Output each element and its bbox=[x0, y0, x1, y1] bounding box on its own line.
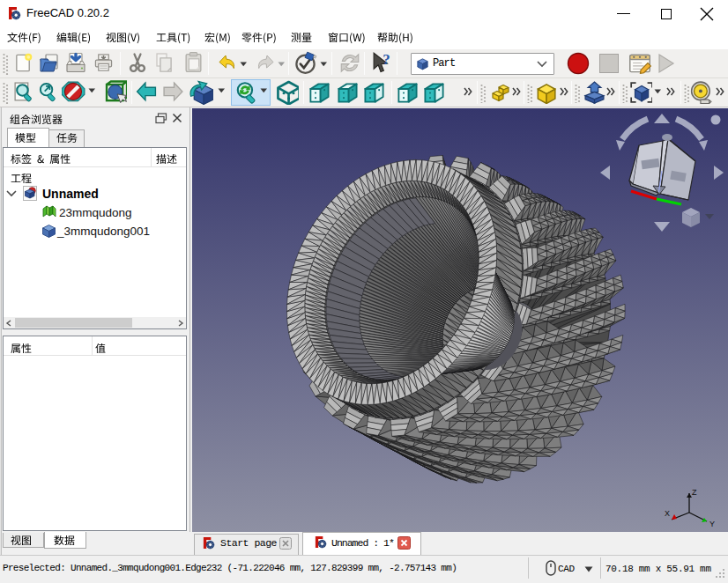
svg-text:?: ? bbox=[383, 51, 390, 68]
svg-text:X: X bbox=[665, 509, 670, 518]
svg-text:Y: Y bbox=[709, 520, 715, 528]
svg-text:Z: Z bbox=[692, 488, 697, 497]
